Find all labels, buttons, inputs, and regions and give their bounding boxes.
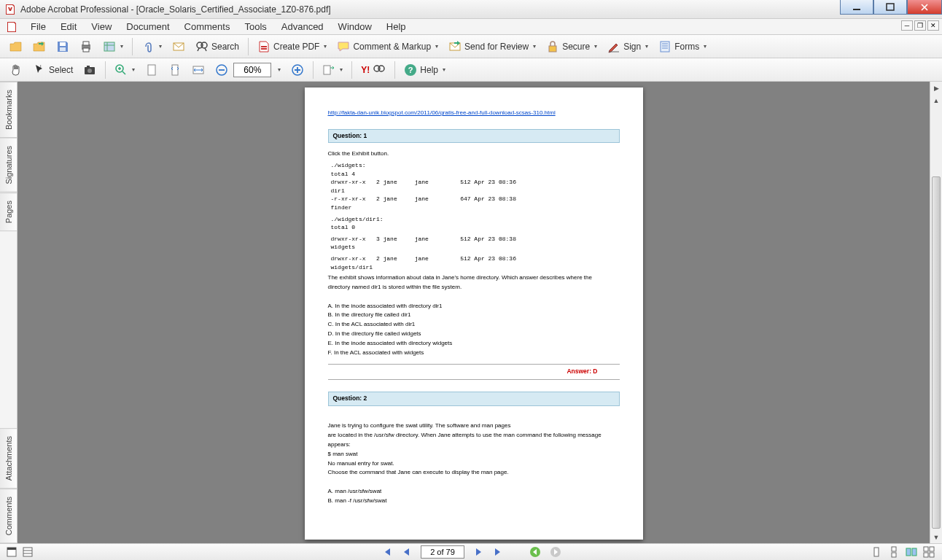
menu-file[interactable]: File (23, 20, 53, 34)
sign-label: Sign (623, 42, 641, 52)
organizer-button[interactable]: ▾ (98, 37, 128, 56)
send-for-review-button[interactable]: Send for Review▾ (443, 37, 541, 56)
prev-page-button[interactable] (400, 545, 413, 559)
secure-button[interactable]: Secure▾ (541, 37, 602, 56)
last-page-button[interactable] (492, 545, 505, 559)
fit-page-button[interactable] (163, 61, 187, 79)
continuous-facing-view-icon[interactable] (923, 546, 935, 558)
fit-width-button[interactable] (187, 61, 210, 79)
scroll-up-arrow-icon[interactable]: ▲ (930, 94, 942, 106)
sidebar-tab-comments[interactable]: Comments (0, 489, 17, 543)
single-page-view-icon[interactable] (871, 546, 882, 558)
svg-rect-7 (104, 42, 114, 51)
zoom-dropdown-button[interactable]: ▾ (271, 61, 286, 79)
sign-button[interactable]: Sign▾ (602, 37, 653, 56)
vertical-scrollbar[interactable]: ▶ ▲ ▼ (930, 82, 942, 543)
first-page-button[interactable] (380, 545, 393, 559)
mdi-minimize-button[interactable]: ─ (901, 20, 913, 31)
forward-view-button[interactable] (549, 545, 562, 559)
window-maximize-button[interactable] (873, 0, 907, 15)
email-button[interactable] (167, 37, 190, 56)
page-size-icon[interactable] (6, 546, 17, 558)
sidebar-tab-bookmarks[interactable]: Bookmarks (0, 82, 17, 138)
actual-size-button[interactable] (140, 61, 163, 79)
document-viewport[interactable]: http://fakta-dan-unik.blogspot.com/2011/… (17, 82, 930, 543)
q1-opt-f: F. In the ACL associated with widgets (328, 349, 620, 357)
menu-window[interactable]: Window (331, 20, 379, 34)
zoom-out-button[interactable] (210, 61, 233, 79)
svg-rect-35 (892, 547, 896, 551)
window-close-button[interactable] (907, 0, 942, 15)
snapshot-tool-button[interactable] (78, 61, 101, 79)
save-button[interactable] (51, 37, 74, 56)
send-review-label: Send for Review (464, 42, 529, 52)
q1-exhibit-3: drwxr-xr-x 3 jane jane 512 Apr 23 08:38 … (331, 235, 620, 252)
svg-text:I: I (40, 64, 42, 69)
q1-intro: Click the Exhibit button. (328, 150, 620, 158)
svg-rect-3 (60, 47, 66, 51)
svg-rect-41 (924, 553, 928, 557)
menu-advanced[interactable]: Advanced (274, 20, 331, 34)
menu-view[interactable]: View (84, 20, 119, 34)
menu-comments[interactable]: Comments (177, 20, 238, 34)
sidebar-tab-pages[interactable]: Pages (0, 192, 17, 231)
window-minimize-button[interactable] (840, 0, 873, 15)
yahoo-search-button[interactable]: Y! (356, 61, 391, 79)
scroll-down-arrow-icon[interactable]: ▼ (930, 531, 942, 543)
svg-rect-17 (87, 66, 90, 68)
page-layout-icon[interactable] (22, 546, 34, 558)
export-button[interactable]: ▾ (317, 61, 348, 79)
q1-opt-b: B. In the directory file called dir1 (328, 311, 620, 319)
question-1-header: Question: 1 (328, 129, 620, 143)
menu-tools[interactable]: Tools (237, 20, 273, 34)
svg-rect-34 (874, 548, 879, 556)
q1-body-1: The exhibit shows information about data… (328, 274, 620, 282)
svg-rect-1 (887, 4, 894, 10)
hand-tool-button[interactable] (4, 61, 28, 79)
menu-edit[interactable]: Edit (53, 20, 84, 34)
menu-help[interactable]: Help (379, 20, 413, 34)
scrollbar-thumb[interactable] (932, 176, 941, 529)
mdi-restore-button[interactable]: ❐ (914, 20, 926, 31)
help-label: Help (420, 65, 438, 75)
comment-markup-label: Comment & Markup (353, 42, 431, 52)
q1-body-2: directory named dir1 is stored within th… (328, 284, 620, 292)
facing-view-icon[interactable] (906, 546, 917, 558)
zoom-in-button[interactable] (286, 61, 309, 79)
svg-rect-20 (172, 65, 178, 75)
window-titlebar: Adobe Acrobat Professional - [Oracle_Sol… (0, 0, 942, 19)
svg-rect-42 (930, 553, 934, 557)
statusbar (0, 543, 942, 560)
back-view-button[interactable] (529, 545, 542, 559)
mdi-close-button[interactable]: ✕ (927, 20, 939, 31)
search-label: Search (211, 42, 239, 52)
open-folder-button[interactable] (28, 37, 51, 56)
document-link[interactable]: http://fakta-dan-unik.blogspot.com/2011/… (328, 109, 556, 116)
sidebar-tab-attachments[interactable]: Attachments (0, 428, 17, 489)
zoom-in-tool-button[interactable]: ▾ (109, 61, 140, 79)
app-icon (4, 4, 16, 15)
next-page-button[interactable] (472, 545, 485, 559)
continuous-view-icon[interactable] (888, 546, 900, 558)
forms-button[interactable]: Forms▾ (653, 37, 712, 56)
svg-point-16 (87, 69, 92, 73)
window-title: Adobe Acrobat Professional - [Oracle_Sol… (20, 4, 331, 15)
q1-opt-e: E. In the inode associated with director… (328, 340, 620, 348)
page-input[interactable] (421, 545, 464, 559)
select-tool-button[interactable]: ISelect (28, 61, 78, 79)
zoom-input[interactable] (233, 63, 271, 77)
open-button[interactable] (4, 37, 28, 56)
help-button[interactable]: ?Help▾ (399, 61, 451, 79)
print-button[interactable] (74, 37, 98, 56)
menubar: File Edit View Document Comments Tools A… (0, 19, 942, 35)
document-icon (6, 21, 17, 33)
create-pdf-button[interactable]: Create PDF▾ (252, 37, 332, 56)
search-button[interactable]: Search (190, 37, 244, 56)
q2-line-1: Jane is trying to configure the swat uti… (328, 422, 620, 430)
attach-button[interactable]: ▾ (136, 37, 167, 56)
scroll-right-arrow-icon[interactable]: ▶ (930, 82, 942, 94)
comment-markup-button[interactable]: Comment & Markup▾ (332, 37, 443, 56)
svg-rect-12 (549, 46, 556, 52)
sidebar-tab-signatures[interactable]: Signatures (0, 138, 17, 192)
menu-document[interactable]: Document (119, 20, 176, 34)
